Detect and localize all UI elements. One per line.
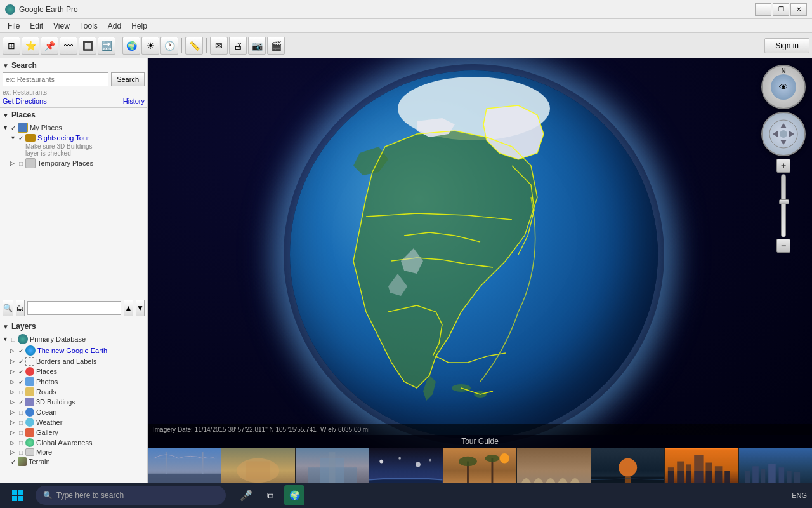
zoom-track[interactable] xyxy=(781,174,786,237)
places-section-header[interactable]: ▼ Places xyxy=(3,110,145,119)
toolbar-show-hide-sidebar[interactable]: ⊞ xyxy=(3,37,20,55)
gallery-checkbox[interactable] xyxy=(16,429,25,436)
toolbar-historical-imagery[interactable]: 🕐 xyxy=(160,37,178,55)
zoom-in-button[interactable]: + xyxy=(776,159,790,173)
sightseeing-tour-label[interactable]: Sightseeing Tour xyxy=(37,134,89,142)
menu-item-help[interactable]: Help xyxy=(126,20,152,32)
layer-global-awareness[interactable]: ▷ Global Awareness xyxy=(3,438,145,448)
layer-3d-buildings[interactable]: ▷ 3D Buildings xyxy=(3,397,145,407)
sightseeing-checkbox[interactable] xyxy=(16,134,25,142)
nge-expand-icon[interactable]: ▷ xyxy=(10,347,16,354)
my-places-expand-icon[interactable]: ▼ xyxy=(3,124,9,131)
weather-expand-icon[interactable]: ▷ xyxy=(10,419,16,425)
layers-panel-toggle[interactable]: 🗂 xyxy=(16,300,25,316)
primary-db-checkbox[interactable] xyxy=(9,335,18,343)
toolbar-record-tour[interactable]: 🔜 xyxy=(98,37,115,55)
minimize-button[interactable]: — xyxy=(755,3,771,16)
layer-ocean[interactable]: ▷ Ocean xyxy=(3,407,145,417)
layer-gallery[interactable]: ▷ Gallery xyxy=(3,427,145,438)
sightseeing-expand-icon[interactable]: ▼ xyxy=(10,135,16,141)
layer-weather[interactable]: ▷ Weather xyxy=(3,417,145,427)
taskbar-app-task-view[interactable]: ⧉ xyxy=(260,485,280,505)
photos-checkbox[interactable] xyxy=(16,378,25,385)
maximize-button[interactable]: ❐ xyxy=(773,3,789,16)
borders-checkbox[interactable] xyxy=(16,358,25,365)
toolbar-save-image[interactable]: 📷 xyxy=(248,37,266,55)
toolbar-sky-view[interactable]: ☀ xyxy=(141,37,159,55)
layer-places[interactable]: ▷ Places xyxy=(3,366,145,377)
globe[interactable] xyxy=(290,70,658,439)
history-link[interactable]: History xyxy=(123,97,145,105)
places-layer-expand[interactable]: ▷ xyxy=(10,368,16,375)
menu-item-add[interactable]: Add xyxy=(103,20,126,32)
borders-expand-icon[interactable]: ▷ xyxy=(10,358,16,364)
places-my-places[interactable]: ▼ My Places xyxy=(3,122,145,133)
toolbar-add-overlay[interactable]: 🔲 xyxy=(79,37,96,55)
toolbar-add-polygon[interactable]: 📌 xyxy=(41,37,58,55)
toolbar-email[interactable]: ✉ xyxy=(210,37,228,55)
menu-item-edit[interactable]: Edit xyxy=(25,20,48,32)
global-expand-icon[interactable]: ▷ xyxy=(10,439,16,446)
layer-borders-labels[interactable]: ▷ Borders and Labels xyxy=(3,356,145,366)
primary-db-expand-icon[interactable]: ▼ xyxy=(3,336,9,342)
places-layer-checkbox[interactable] xyxy=(16,368,25,375)
ocean-checkbox[interactable] xyxy=(16,408,25,416)
move-down-button[interactable]: ▼ xyxy=(136,300,145,316)
earth-globe[interactable] xyxy=(148,58,812,451)
places-sightseeing-tour[interactable]: ▼ Sightseeing Tour xyxy=(3,133,145,142)
toolbar-earth-view[interactable]: 🌍 xyxy=(122,37,140,55)
toolbar-ruler[interactable]: 📏 xyxy=(185,37,203,55)
temp-checkbox[interactable] xyxy=(16,159,25,167)
search-panel-toggle[interactable]: 🔍 xyxy=(3,300,13,316)
pan-control[interactable] xyxy=(761,112,806,156)
taskbar-app-cortana[interactable]: 🎤 xyxy=(236,485,256,505)
sign-in-button[interactable]: Sign in xyxy=(764,38,809,53)
get-directions-link[interactable]: Get Directions xyxy=(3,97,47,105)
roads-checkbox[interactable] xyxy=(16,388,25,396)
toolbar-add-path[interactable]: 〰 xyxy=(60,37,77,55)
close-button[interactable]: ✕ xyxy=(790,3,807,16)
layer-new-google-earth[interactable]: ▷ The new Google Earth xyxy=(3,345,145,356)
menu-item-view[interactable]: View xyxy=(48,20,75,32)
my-places-checkbox[interactable] xyxy=(9,124,18,131)
move-up-button[interactable]: ▲ xyxy=(124,300,133,316)
layer-more[interactable]: ▷ More xyxy=(3,448,145,457)
temp-expand-icon[interactable]: ▷ xyxy=(10,160,16,166)
search-section-header[interactable]: ▼ Search xyxy=(3,61,145,70)
toolbar-add-placemark[interactable]: ⭐ xyxy=(22,37,39,55)
more-checkbox[interactable] xyxy=(16,448,25,456)
zoom-thumb[interactable] xyxy=(779,199,789,204)
start-button[interactable] xyxy=(5,483,30,508)
photos-expand-icon[interactable]: ▷ xyxy=(10,378,16,385)
more-expand-icon[interactable]: ▷ xyxy=(10,449,16,455)
roads-expand-icon[interactable]: ▷ xyxy=(10,389,16,395)
toolbar-print[interactable]: 🖨 xyxy=(229,37,247,55)
compass[interactable]: N 👁 xyxy=(761,65,806,109)
compass-inner[interactable]: 👁 xyxy=(771,74,796,100)
zoom-out-button[interactable]: − xyxy=(776,239,790,253)
places-temporary-places[interactable]: ▷ Temporary Places xyxy=(3,157,145,169)
search-bar-taskbar[interactable]: 🔍 Type here to search xyxy=(36,486,226,505)
global-checkbox[interactable] xyxy=(16,439,25,446)
nge-checkbox[interactable] xyxy=(16,347,25,354)
layer-terrain[interactable]: ▷ Terrain xyxy=(3,457,145,467)
toolbar-movie-maker[interactable]: 🎬 xyxy=(267,37,285,55)
terrain-checkbox[interactable] xyxy=(9,458,18,465)
layer-primary-database[interactable]: ▼ Primary Database xyxy=(3,333,145,345)
layer-search-input[interactable] xyxy=(27,301,121,315)
weather-checkbox[interactable] xyxy=(16,418,25,426)
gallery-expand-icon[interactable]: ▷ xyxy=(10,429,16,436)
layer-photos[interactable]: ▷ Photos xyxy=(3,377,145,387)
buildings-checkbox[interactable] xyxy=(16,398,25,406)
taskbar-app-google-earth[interactable]: 🌍 xyxy=(284,485,304,505)
layers-section-header[interactable]: ▼ Layers xyxy=(3,322,145,331)
search-button[interactable]: Search xyxy=(111,72,145,86)
buildings-expand-icon[interactable]: ▷ xyxy=(10,399,16,405)
layer-roads[interactable]: ▷ Roads xyxy=(3,387,145,397)
search-input[interactable] xyxy=(3,72,108,86)
menu-item-tools[interactable]: Tools xyxy=(75,20,103,32)
nge-label[interactable]: The new Google Earth xyxy=(37,347,107,354)
map-area[interactable]: Imagery Date: 11/14/2015 38°57'22.811" N… xyxy=(148,58,812,508)
menu-item-file[interactable]: File xyxy=(3,20,25,32)
ocean-expand-icon[interactable]: ▷ xyxy=(10,409,16,415)
